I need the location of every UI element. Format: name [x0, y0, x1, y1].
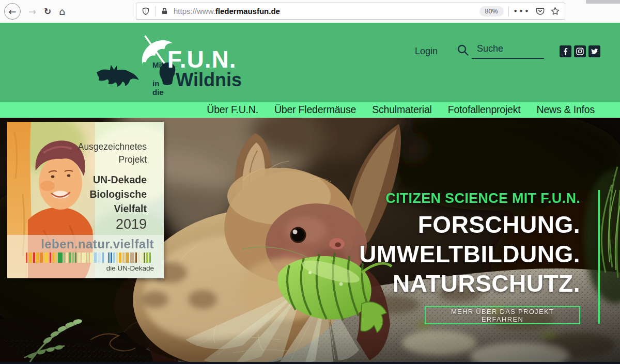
nav-item-ueber-fun[interactable]: Über F.U.N. — [207, 104, 258, 116]
award-title: Ausgezeichnetes Projekt — [7, 140, 147, 166]
browser-nav-buttons: ← → ↻ ⌂ — [4, 0, 65, 23]
award-brand-wordmark: leben.natur.vielfalt — [7, 237, 154, 251]
facebook-icon[interactable] — [560, 45, 571, 57]
main-navigation: Über F.U.N. Über Fledermäuse Schulmateri… — [0, 102, 620, 118]
logo-word-mit: Mit — [152, 60, 164, 69]
hero-section: Ausgezeichnetes Projekt UN-Dekade Biolog… — [0, 118, 620, 364]
un-dekade-award-badge: Ausgezeichnetes Projekt UN-Dekade Biolog… — [7, 122, 164, 278]
url-scheme: https://www. — [174, 7, 215, 15]
back-button[interactable]: ← — [4, 3, 21, 20]
site-header: Mit F.U.N. in die Wildnis Login — [0, 23, 620, 102]
hero-title-line: FORSCHUNG. — [359, 210, 580, 240]
award-org: UN-Dekade Biologische Vielfalt — [7, 172, 147, 216]
hero-title-line: UMWELTBILDUNG. — [359, 240, 580, 269]
pocket-icon[interactable] — [535, 6, 545, 16]
social-links — [560, 45, 600, 57]
instagram-icon[interactable] — [574, 45, 586, 57]
divider — [155, 6, 156, 17]
accent-vertical-line — [598, 190, 600, 324]
search-input[interactable] — [472, 43, 544, 59]
reload-button[interactable]: ↻ — [44, 6, 51, 17]
search-box — [456, 43, 544, 59]
hero-title: FORSCHUNG. UMWELTBILDUNG. NATURSCHUTZ. — [359, 210, 580, 298]
award-year: 2019 — [116, 216, 147, 232]
hero-kicker: CITIZEN SCIENCE MIT F.U.N. — [385, 191, 580, 207]
url-domain: fledermausfun.de — [215, 7, 280, 15]
logo-word-indie: in die — [152, 79, 172, 97]
un-barcode — [26, 252, 154, 263]
address-bar[interactable]: https://www.fledermausfun.de 80% ••• — [136, 3, 565, 20]
search-icon[interactable] — [456, 43, 470, 57]
logo-word-wildnis: Wildnis — [176, 71, 242, 89]
forward-button[interactable]: → — [28, 6, 36, 17]
award-caption: die UN-Dekade — [106, 264, 154, 272]
tracking-shield-icon[interactable] — [141, 7, 150, 16]
url-text[interactable]: https://www.fledermausfun.de — [174, 7, 479, 15]
hero-cta-button[interactable]: MEHR ÜBER DAS PROJEKT ERFAHREN — [425, 306, 580, 324]
lock-icon[interactable] — [160, 7, 169, 15]
logo-word-fun: F.U.N. — [167, 48, 237, 72]
page-actions-icon[interactable]: ••• — [514, 7, 530, 15]
site-logo[interactable]: Mit F.U.N. in die Wildnis — [95, 29, 242, 97]
nav-item-ueber-fledermaeuse[interactable]: Über Fledermäuse — [274, 104, 356, 116]
home-button[interactable]: ⌂ — [59, 6, 65, 17]
nav-item-news-infos[interactable]: News & Infos — [537, 104, 595, 116]
divider — [508, 6, 509, 17]
window-edge-fragment — [586, 0, 620, 4]
browser-toolbar: ← → ↻ ⌂ https://www.fledermausfun.de 80%… — [0, 0, 620, 23]
twitter-icon[interactable] — [588, 45, 600, 57]
zoom-level-badge[interactable]: 80% — [479, 6, 504, 17]
nav-item-schulmaterial[interactable]: Schulmaterial — [372, 104, 432, 116]
bookmark-star-icon[interactable] — [550, 6, 560, 16]
header-utility-area: Login — [415, 23, 600, 80]
hero-title-line: NATURSCHUTZ. — [359, 269, 580, 298]
nav-item-fotofallenprojekt[interactable]: Fotofallenprojekt — [448, 104, 521, 116]
login-link[interactable]: Login — [415, 46, 438, 57]
